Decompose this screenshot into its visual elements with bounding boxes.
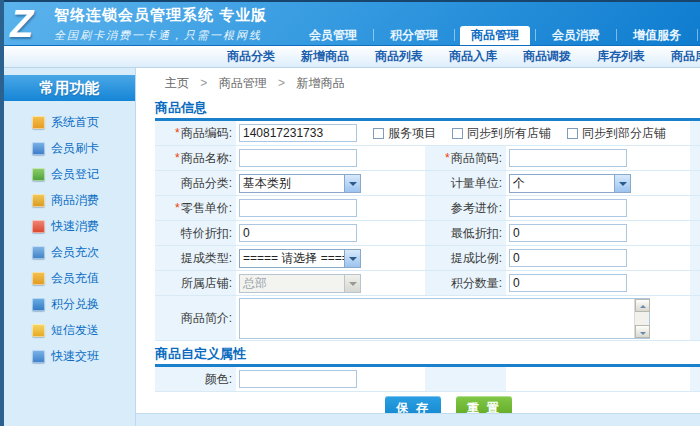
- service-item-checkbox[interactable]: [373, 128, 384, 139]
- commission-type-select[interactable]: ===== 请选择 =====: [239, 249, 361, 268]
- breadcrumb-home[interactable]: 主页: [165, 76, 189, 90]
- sidebar-item-member-recharge[interactable]: 会员充值: [4, 265, 135, 291]
- commission-ratio-input[interactable]: [509, 249, 627, 267]
- subnav-add-goods[interactable]: 新增商品: [294, 48, 356, 65]
- category-select[interactable]: 基本类别: [239, 174, 361, 193]
- sync-all-stores-checkbox-label: 同步到所有店铺: [467, 125, 551, 142]
- sidebar: 常用功能 系统首页 会员刷卡 会员登记 商品消费 快速消费: [4, 68, 136, 426]
- sidebar-item-label: 快速消费: [51, 213, 99, 239]
- main-content: 主页 > 商品管理 > 新增商品 商品信息 * 商品编码: 服务项目 同步到所有…: [136, 68, 700, 413]
- reset-button[interactable]: 重 置: [456, 396, 512, 413]
- retail-price-input[interactable]: [239, 199, 357, 217]
- app-slogan: 全国刷卡消费一卡通，只需一根网线: [54, 28, 267, 43]
- chevron-down-icon: [344, 250, 360, 267]
- empty-field-cell: [506, 367, 690, 391]
- sidebar-item-label: 商品消费: [51, 187, 99, 213]
- save-button[interactable]: 保 存: [385, 396, 441, 413]
- table-cut-cell: [690, 146, 700, 170]
- short-code-input[interactable]: [509, 149, 627, 167]
- window-left-border: [0, 0, 4, 426]
- store-select: 总部: [239, 274, 361, 293]
- description-field-cell: [236, 296, 690, 340]
- tab-separator: [697, 29, 698, 41]
- sync-all-stores-checkbox[interactable]: [452, 128, 463, 139]
- tab-member-consume[interactable]: 会员消费: [541, 26, 611, 45]
- points-input[interactable]: [509, 274, 627, 292]
- subnav-stock-list[interactable]: 库存列表: [590, 48, 652, 65]
- table-cut-cell: [690, 246, 700, 270]
- store-select-value: 总部: [240, 275, 344, 292]
- subnav-goods-transfer[interactable]: 商品调拨: [516, 48, 578, 65]
- code-input[interactable]: [239, 124, 357, 142]
- quick-consume-icon: [32, 220, 45, 233]
- color-input[interactable]: [239, 370, 357, 388]
- color-label: 颜色:: [155, 367, 236, 391]
- app-header: Z 智络连锁会员管理系统 专业版 全国刷卡消费一卡通，只需一根网线 会员管理 积…: [4, 2, 700, 46]
- tab-member-management[interactable]: 会员管理: [298, 26, 368, 45]
- table-cut-cell: [690, 296, 700, 340]
- breadcrumb: 主页 > 商品管理 > 新增商品: [155, 68, 700, 98]
- reference-price-label: 参考进价:: [425, 196, 506, 220]
- short-code-label: * 商品简码:: [425, 146, 506, 170]
- sync-some-stores-checkbox-label: 同步到部分店铺: [582, 125, 666, 142]
- subnav-goods-category[interactable]: 商品分类: [220, 48, 282, 65]
- sidebar-title: 常用功能: [4, 75, 135, 101]
- sidebar-item-points-exchange[interactable]: 积分兑换: [4, 291, 135, 317]
- sidebar-item-sms-send[interactable]: 短信发送: [4, 317, 135, 343]
- home-icon: [32, 116, 45, 129]
- scroll-up-icon[interactable]: [635, 299, 650, 312]
- breadcrumb-current-page: 新增商品: [296, 76, 344, 90]
- sidebar-item-home[interactable]: 系统首页: [4, 109, 135, 135]
- form-row-commission: 提成类型: ===== 请选择 ===== 提成比例:: [155, 246, 700, 271]
- short-code-field-cell: [506, 146, 690, 170]
- sidebar-item-label: 快速交班: [51, 343, 99, 369]
- sidebar-item-member-register[interactable]: 会员登记: [4, 161, 135, 187]
- color-field-cell: [236, 367, 425, 391]
- section-title-custom-attrs: 商品自定义属性: [155, 346, 700, 362]
- min-discount-input[interactable]: [509, 224, 627, 242]
- breadcrumb-goods-management[interactable]: 商品管理: [219, 76, 267, 90]
- required-marker: *: [175, 151, 180, 165]
- name-field-cell: [236, 146, 425, 170]
- sub-nav: 商品分类 新增商品 商品列表 商品入库 商品调拨 库存列表 商品库存汇总 出库: [4, 46, 700, 68]
- unit-label: 计量单位:: [425, 171, 506, 195]
- sidebar-item-label: 积分兑换: [51, 291, 99, 317]
- textarea-scrollbar[interactable]: [634, 299, 649, 338]
- sidebar-item-member-swipe[interactable]: 会员刷卡: [4, 135, 135, 161]
- sidebar-item-label: 短信发送: [51, 317, 99, 343]
- unit-select-value: 个: [510, 175, 614, 192]
- tab-goods-management[interactable]: 商品管理: [460, 26, 530, 45]
- sidebar-list: 系统首页 会员刷卡 会员登记 商品消费 快速消费 会员充次: [4, 101, 135, 369]
- retail-price-label: * 零售单价:: [155, 196, 236, 220]
- unit-select[interactable]: 个: [509, 174, 631, 193]
- sidebar-item-member-times[interactable]: 会员充次: [4, 239, 135, 265]
- subnav-goods-list[interactable]: 商品列表: [368, 48, 430, 65]
- code-field-cell: 服务项目 同步到所有店铺 同步到部分店铺: [236, 121, 690, 145]
- sync-some-stores-checkbox[interactable]: [567, 128, 578, 139]
- sidebar-item-quick-consume[interactable]: 快速消费: [4, 213, 135, 239]
- form-row-description: 商品简介:: [155, 296, 700, 341]
- table-cut-cell: [690, 121, 700, 145]
- sidebar-item-shift-change[interactable]: 快速交班: [4, 343, 135, 369]
- commission-ratio-field-cell: [506, 246, 690, 270]
- tab-points-management[interactable]: 积分管理: [379, 26, 449, 45]
- special-discount-input[interactable]: [239, 224, 357, 242]
- category-select-value: 基本类别: [240, 175, 344, 192]
- scroll-down-icon[interactable]: [635, 325, 650, 338]
- section-title-goods-info: 商品信息: [155, 100, 700, 116]
- required-marker: *: [445, 151, 450, 165]
- required-marker: *: [175, 126, 180, 140]
- points-exchange-icon: [32, 298, 45, 311]
- reference-price-input[interactable]: [509, 199, 627, 217]
- sidebar-item-goods-consume[interactable]: 商品消费: [4, 187, 135, 213]
- description-textarea[interactable]: [239, 298, 650, 339]
- empty-label-cell: [425, 367, 506, 391]
- subnav-goods-inbound[interactable]: 商品入库: [442, 48, 504, 65]
- app-window: Z 智络连锁会员管理系统 专业版 全国刷卡消费一卡通，只需一根网线 会员管理 积…: [0, 0, 700, 426]
- breadcrumb-separator: >: [200, 76, 207, 90]
- sidebar-item-label: 系统首页: [51, 109, 99, 135]
- name-input[interactable]: [239, 149, 357, 167]
- category-field-cell: 基本类别: [236, 171, 425, 195]
- tab-value-added-services[interactable]: 增值服务: [622, 26, 692, 45]
- subnav-stock-summary[interactable]: 商品库存汇总: [664, 48, 700, 65]
